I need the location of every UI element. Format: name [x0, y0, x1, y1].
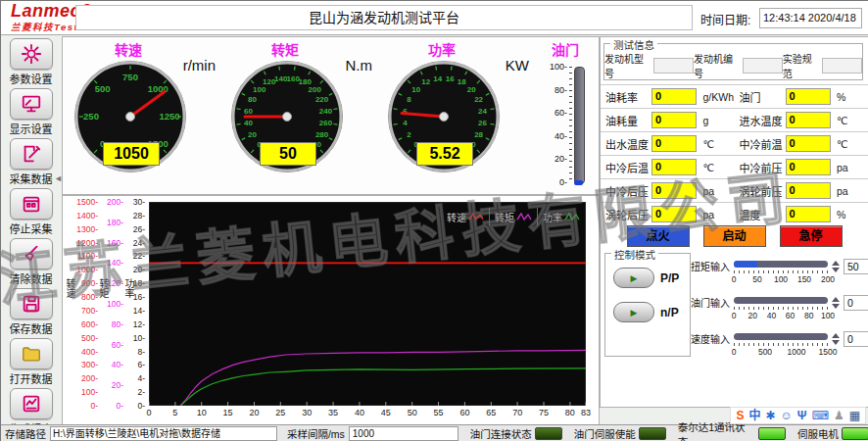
spin-down-icon[interactable]: [832, 268, 840, 272]
sample-interval-input[interactable]: 1000: [349, 426, 458, 441]
open-folder-icon: [21, 343, 42, 365]
measure-unit: ℃: [831, 115, 868, 126]
test-info-rows: 油耗率0g/KWh油门0%油耗量0g进水温度0℃出水温度0℃中冷前温0℃中冷后温…: [601, 84, 868, 225]
spin-down-icon[interactable]: [832, 304, 840, 309]
sidebar-item-label: 清除数据: [1, 270, 61, 286]
sogou-icon[interactable]: S: [736, 408, 744, 423]
measure-unit: g/KWh: [697, 91, 734, 103]
svg-text:280: 280: [315, 130, 329, 139]
slider-label: 速度输入: [691, 331, 730, 346]
y-axis-tick-label: 0-: [104, 401, 123, 411]
svg-text:12: 12: [421, 77, 430, 86]
x-axis-tick-label: 0: [140, 408, 158, 417]
throttle-title: 油门: [533, 39, 598, 59]
sidebar-item-label: 保存数据: [1, 320, 61, 336]
spin-up-icon[interactable]: [832, 261, 840, 266]
control-button-启动[interactable]: 启动: [703, 225, 766, 247]
person-icon[interactable]: ♟: [834, 408, 844, 423]
y-axis-tick-label: 160-: [104, 238, 123, 248]
status-led-group: 油门连接状态: [470, 426, 562, 441]
svg-text:750: 750: [122, 72, 138, 82]
broom-button[interactable]: [10, 238, 53, 270]
spin-down-icon[interactable]: [832, 340, 840, 345]
slider-tick-label: 40: [767, 311, 776, 320]
x-axis-tick-label: 60: [456, 408, 473, 417]
y-axis-tick-label: 4-: [129, 373, 145, 383]
slider-tick-label: 100: [774, 274, 788, 284]
mic-icon[interactable]: Ψ: [797, 408, 807, 423]
y-axis-tick-label: 400-: [72, 347, 98, 357]
slider-value-input[interactable]: 0: [844, 331, 868, 347]
y-axis-tick-label: 0-: [72, 401, 98, 411]
gear-button[interactable]: [10, 38, 53, 70]
control-button-点火[interactable]: 点火: [627, 225, 690, 247]
svg-text:500: 500: [95, 83, 111, 94]
floppy-icon: [21, 293, 42, 315]
y-axis-tick-label: 18-: [129, 278, 145, 288]
svg-text:20: 20: [467, 85, 476, 94]
status-led-indicator: [758, 427, 786, 440]
slider-spinner[interactable]: [832, 261, 840, 272]
mode-toggle-n/P[interactable]: ▶: [613, 302, 654, 322]
control-button-急停[interactable]: 急停: [780, 225, 843, 247]
measure-label: 温度: [734, 207, 785, 222]
storage-path-input[interactable]: H:\界面转移\兰陵赵\电机对拖\数据存储: [50, 426, 277, 441]
measure-label: 油门: [734, 89, 785, 105]
status-led-indicator: [639, 427, 666, 440]
gauge-unit: KW: [506, 57, 529, 74]
slider-扭矩输入: 扭矩输入05010015020050: [691, 255, 867, 291]
field-input[interactable]: [653, 58, 694, 74]
y-axis-tick-label: 24-: [129, 238, 145, 248]
sidebar-item-label: 采集数据: [1, 171, 61, 186]
y-axis-tick-label: 200-: [72, 373, 98, 383]
svg-text:16: 16: [446, 74, 455, 83]
y-axis-tick-label: 20-: [104, 380, 123, 390]
edit-document-button[interactable]: [10, 138, 53, 170]
calendar-grid-button[interactable]: [10, 188, 53, 220]
x-axis-tick-label: 83: [577, 408, 595, 417]
measure-label: 中冷后压: [601, 183, 651, 199]
svg-text:40: 40: [244, 119, 253, 127]
chart-panel: 转速1500-1400-1300-1200-1100-1000-900-800-…: [62, 195, 600, 426]
slider-value-input[interactable]: 50: [844, 259, 868, 274]
slider-value-input[interactable]: 0: [844, 295, 868, 311]
measure-value: 0: [651, 182, 697, 199]
sidebar-item-label: 参数设置: [1, 71, 61, 86]
gauge-1: 转速r/min02505007501000125015001050: [63, 37, 219, 194]
report-button[interactable]: [10, 388, 53, 419]
chinese-mode-icon[interactable]: 中: [749, 408, 761, 423]
sidebar-item-label: 打开数据: [1, 370, 61, 386]
slider-spinner[interactable]: [832, 297, 840, 309]
legend-label: 转矩: [495, 210, 514, 224]
spin-up-icon[interactable]: [832, 333, 840, 338]
slider-spinner[interactable]: [832, 333, 840, 345]
slider-minor-ticks: [734, 307, 828, 310]
slider-tick-label: 1500: [819, 347, 838, 357]
sidebar-item-6: 保存数据: [1, 288, 61, 336]
sidebar-item-2: 显示设置: [1, 88, 61, 136]
monitor-button[interactable]: [10, 88, 53, 120]
field-input[interactable]: [743, 58, 783, 74]
slider-track[interactable]: [734, 333, 828, 340]
slider-tick-label: 200: [821, 274, 835, 284]
slider-tick-label: 20: [747, 311, 756, 320]
field-input[interactable]: [822, 58, 862, 74]
toolbox-icon[interactable]: ▦: [849, 408, 860, 423]
slider-track[interactable]: [734, 261, 828, 268]
x-axis-tick-label: 35: [324, 408, 342, 417]
legend-line-icon: [468, 208, 484, 225]
slider-track[interactable]: [734, 297, 828, 304]
floppy-button[interactable]: [10, 288, 53, 319]
status-led-indicator: [535, 427, 562, 440]
punctuation-icon[interactable]: ✱: [766, 408, 776, 423]
spin-up-icon[interactable]: [832, 297, 840, 302]
open-folder-button[interactable]: [10, 338, 53, 369]
emoji-icon[interactable]: ☺: [781, 408, 793, 423]
svg-text:220: 220: [315, 95, 329, 104]
mode-toggle-P/P[interactable]: ▶: [613, 268, 654, 288]
keyboard-icon[interactable]: ⌨: [812, 408, 829, 423]
y-axis-tick-label: 700-: [72, 306, 98, 316]
x-axis-tick-label: 55: [430, 408, 448, 417]
measure-value: 0: [786, 135, 831, 152]
legend-label: 转速: [447, 210, 466, 224]
